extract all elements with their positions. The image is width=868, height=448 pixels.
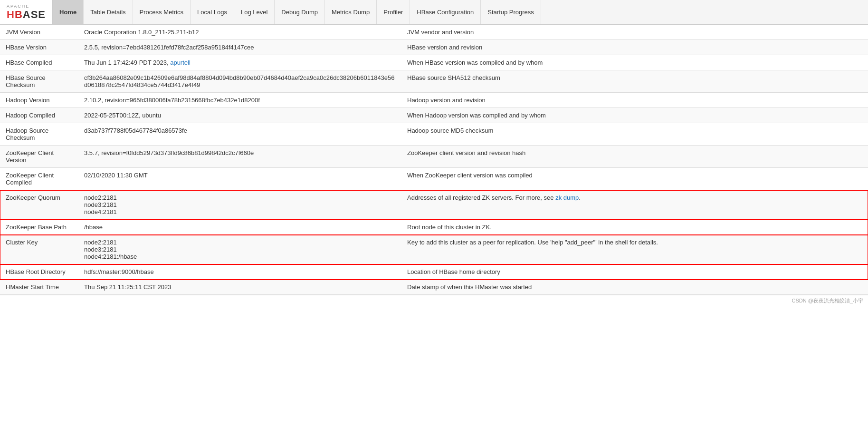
row-value: /hbase — [78, 220, 401, 235]
row-name: HBase Root Directory — [0, 264, 78, 280]
row-name: ZooKeeper Base Path — [0, 220, 78, 235]
row-desc: JVM vendor and version — [401, 25, 868, 40]
row-desc: Root node of this cluster in ZK. — [401, 220, 868, 235]
row-value: 2022-05-25T00:12Z, ubuntu — [78, 108, 401, 123]
row-desc: When ZooKeeper client version was compil… — [401, 168, 868, 190]
row-name: Cluster Key — [0, 235, 78, 264]
row-value: 2.10.2, revision=965fd380006fa78b2315668… — [78, 93, 401, 108]
apache-label: APACHE — [7, 4, 46, 9]
row-desc: HBase version and revision — [401, 40, 868, 55]
navigation: APACHE HBASE HomeTable DetailsProcess Me… — [0, 0, 868, 25]
row-value: 2.5.5, revision=7ebd4381261fefd78fc2acf2… — [78, 40, 401, 55]
nav-link-debug-dump[interactable]: Debug Dump — [275, 0, 325, 24]
nav-link-table-details[interactable]: Table Details — [84, 0, 133, 24]
nav-item-local-logs[interactable]: Local Logs — [191, 0, 234, 24]
nav-item-process-metrics[interactable]: Process Metrics — [133, 0, 191, 24]
row-desc: ZooKeeper client version and revision ha… — [401, 146, 868, 168]
row-value: hdfs://master:9000/hbase — [78, 264, 401, 280]
info-table: JVM VersionOracle Corporation 1.8.0_211-… — [0, 25, 868, 295]
row-name: Hadoop Version — [0, 93, 78, 108]
desc-link[interactable]: zk dump — [555, 194, 579, 201]
table-row: ZooKeeper Base Path/hbaseRoot node of th… — [0, 220, 868, 235]
row-desc: Hadoop source MD5 checksum — [401, 123, 868, 146]
table-row: ZooKeeper Client Version3.5.7, revision=… — [0, 146, 868, 168]
nav-menu: HomeTable DetailsProcess MetricsLocal Lo… — [53, 0, 541, 24]
nav-link-profiler[interactable]: Profiler — [377, 0, 410, 24]
row-name: HBase Source Checksum — [0, 70, 78, 93]
logo: APACHE HBASE — [0, 0, 53, 24]
nav-item-hbase-configuration[interactable]: HBase Configuration — [410, 0, 481, 24]
hbase-label: HBASE — [7, 9, 46, 20]
value-link[interactable]: apurtell — [170, 59, 191, 66]
nav-item-home[interactable]: Home — [53, 0, 84, 24]
row-desc: Key to add this cluster as a peer for re… — [401, 235, 868, 264]
nav-link-log-level[interactable]: Log Level — [234, 0, 275, 24]
table-row: HBase Source Checksumcf3b264aa86082e09c1… — [0, 70, 868, 93]
table-row: ZooKeeper Quorumnode2:2181node3:2181node… — [0, 190, 868, 220]
nav-link-startup-progress[interactable]: Startup Progress — [481, 0, 541, 24]
table-row: Cluster Keynode2:2181node3:2181node4:218… — [0, 235, 868, 264]
row-value: d3ab737f7788f05d467784f0a86573fe — [78, 123, 401, 146]
row-desc: When Hadoop version was compiled and by … — [401, 108, 868, 123]
row-desc: Location of HBase home directory — [401, 264, 868, 280]
table-row: Hadoop Version2.10.2, revision=965fd3800… — [0, 93, 868, 108]
row-value: node2:2181node3:2181node4:2181 — [78, 190, 401, 220]
nav-item-startup-progress[interactable]: Startup Progress — [481, 0, 541, 24]
row-name: Hadoop Source Checksum — [0, 123, 78, 146]
row-desc: When HBase version was compiled and by w… — [401, 55, 868, 70]
main-content: JVM VersionOracle Corporation 1.8.0_211-… — [0, 25, 868, 295]
row-name: HBase Compiled — [0, 55, 78, 70]
row-value: node2:2181node3:2181node4:2181:/hbase — [78, 235, 401, 264]
table-row: HBase Version2.5.5, revision=7ebd4381261… — [0, 40, 868, 55]
nav-link-home[interactable]: Home — [53, 0, 84, 24]
table-row: ZooKeeper Client Compiled02/10/2020 11:3… — [0, 168, 868, 190]
row-value: 02/10/2020 11:30 GMT — [78, 168, 401, 190]
row-name: ZooKeeper Quorum — [0, 190, 78, 220]
row-name: ZooKeeper Client Compiled — [0, 168, 78, 190]
row-value: cf3b264aa86082e09c1b42609e6af98d84af8804… — [78, 70, 401, 93]
row-name: JVM Version — [0, 25, 78, 40]
row-desc: HBase source SHA512 checksum — [401, 70, 868, 93]
row-value: Thu Jun 1 17:42:49 PDT 2023, apurtell — [78, 55, 401, 70]
row-name: ZooKeeper Client Version — [0, 146, 78, 168]
nav-link-hbase-configuration[interactable]: HBase Configuration — [410, 0, 481, 24]
table-row: HMaster Start TimeThu Sep 21 11:25:11 CS… — [0, 280, 868, 295]
watermark: CSDN @夜夜流光相皎洁_小宇 — [0, 295, 868, 306]
row-name: Hadoop Compiled — [0, 108, 78, 123]
table-row: Hadoop Compiled2022-05-25T00:12Z, ubuntu… — [0, 108, 868, 123]
nav-link-metrics-dump[interactable]: Metrics Dump — [325, 0, 377, 24]
row-value: Oracle Corporation 1.8.0_211-25.211-b12 — [78, 25, 401, 40]
row-name: HMaster Start Time — [0, 280, 78, 295]
nav-item-table-details[interactable]: Table Details — [84, 0, 133, 24]
table-row: HBase CompiledThu Jun 1 17:42:49 PDT 202… — [0, 55, 868, 70]
row-desc: Hadoop version and revision — [401, 93, 868, 108]
row-desc: Date stamp of when this HMaster was star… — [401, 280, 868, 295]
row-desc: Addresses of all registered ZK servers. … — [401, 190, 868, 220]
nav-item-log-level[interactable]: Log Level — [234, 0, 275, 24]
row-value: Thu Sep 21 11:25:11 CST 2023 — [78, 280, 401, 295]
nav-link-local-logs[interactable]: Local Logs — [191, 0, 234, 24]
row-name: HBase Version — [0, 40, 78, 55]
table-row: JVM VersionOracle Corporation 1.8.0_211-… — [0, 25, 868, 40]
table-row: HBase Root Directoryhdfs://master:9000/h… — [0, 264, 868, 280]
nav-item-profiler[interactable]: Profiler — [377, 0, 410, 24]
table-row: Hadoop Source Checksumd3ab737f7788f05d46… — [0, 123, 868, 146]
nav-item-metrics-dump[interactable]: Metrics Dump — [325, 0, 377, 24]
row-value: 3.5.7, revision=f0fdd52973d373ffd9c86b81… — [78, 146, 401, 168]
nav-link-process-metrics[interactable]: Process Metrics — [133, 0, 191, 24]
nav-item-debug-dump[interactable]: Debug Dump — [275, 0, 325, 24]
